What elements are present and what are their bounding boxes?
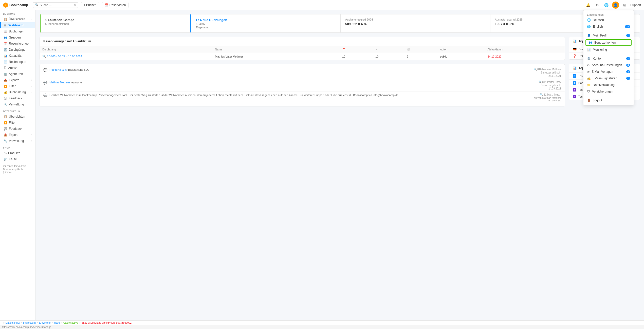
settings-icon-button[interactable]: ⚙ xyxy=(594,2,601,9)
search-input[interactable] xyxy=(40,3,72,7)
sidebar-item-agenturen[interactable]: 🏢 Agenturen xyxy=(0,71,35,77)
exporte-icon: 📤 xyxy=(4,79,7,82)
cell-autor: public xyxy=(437,53,485,60)
calendar-icon: 📅 xyxy=(105,3,108,7)
chat-content-1: Robin Kaluzny rückzahlung 50€ xyxy=(49,68,531,71)
sidebar-item-betreuer-exporte[interactable]: 📤 Exporte › xyxy=(0,132,35,138)
chat-name-1[interactable]: Robin Kaluzny xyxy=(49,68,67,71)
sidebar-item-betreuer-verwaltung[interactable]: 🔧 Verwaltung › xyxy=(0,138,35,144)
gruppen-icon: 👥 xyxy=(4,36,7,39)
sidebar-item-ubersichten[interactable]: 📋 Übersichten › xyxy=(0,16,35,22)
top-bar-right: 🔔 ⚙ 🌐 👤 ⊞ Support xyxy=(585,2,641,9)
chat-status-1: Benutzer gelöscht xyxy=(541,71,561,74)
dropdown-item-konto[interactable]: 🏦 Konto 7 xyxy=(583,55,634,62)
monitoring-icon: 📊 xyxy=(587,48,591,51)
globe-icon-button[interactable]: 🌐 xyxy=(603,2,610,9)
search-box[interactable]: 🔍 ✕ xyxy=(33,2,78,8)
agency-type-icon-1: B xyxy=(573,74,576,78)
reservieren-button[interactable]: 📅 Reservieren xyxy=(102,2,129,8)
stat-buchungen-value: 17 Neue Buchungen xyxy=(196,18,336,22)
dateiverwaltung-icon: 📁 xyxy=(587,83,591,87)
konto-badge: 7 xyxy=(626,57,630,60)
sidebar-item-dashboard[interactable]: ⊞ Dashboard xyxy=(0,22,35,28)
agency-type-icon-4: T xyxy=(573,95,576,98)
sidebar-item-kapazitat[interactable]: 📊 Kapazität xyxy=(0,53,35,59)
reservierungen-table: Durchgang Name 📍 ♂ ⚪ Autor Ablaufdatum xyxy=(40,46,565,60)
sidebar-item-produkte[interactable]: 🛍 Produkte xyxy=(0,150,35,156)
buchung-section-label: BUCHUNG xyxy=(0,10,35,16)
sidebar-item-exporte[interactable]: 📤 Exporte › xyxy=(0,77,35,83)
sidebar-item-reservierungen[interactable]: 📅 Reservierungen xyxy=(0,41,35,47)
flag-de: 🇩🇪 xyxy=(573,47,577,51)
stats-row: 1 Laufende Camps 5 Teilnehmer*innen 17 N… xyxy=(40,14,640,33)
sidebar-item-rechnungen[interactable]: 🧾 Rechnungen xyxy=(0,59,35,65)
buchen-button[interactable]: + Buchen xyxy=(81,2,99,8)
sidebar-item-durchgange[interactable]: 🔄 Durchgänge xyxy=(0,47,35,53)
chat-status-3: an/von Mathias Methner xyxy=(534,97,561,99)
search-clear-icon[interactable]: ✕ xyxy=(74,3,76,7)
stat-laufende-value: 1 Laufende Camps xyxy=(45,18,186,22)
datenschutz-link[interactable]: Datenschutz xyxy=(6,321,20,324)
dropdown-item-dateiverwaltung[interactable]: 📁 Dateiverwaltung xyxy=(583,82,634,88)
email-vorlagen-icon: ✉ xyxy=(587,70,590,74)
support-link[interactable]: Support xyxy=(630,3,641,7)
impressum-link[interactable]: Impressum xyxy=(23,321,35,324)
buchhaltung-chevron-icon: › xyxy=(31,91,32,94)
kaufe-icon: 🛒 xyxy=(4,158,7,161)
chart-icon-land: 📊 xyxy=(573,40,577,43)
bell-icon-button[interactable]: 🔔 xyxy=(585,2,592,9)
chat-name-2[interactable]: Mathias Methner xyxy=(49,81,70,84)
dropdown-item-email-signaturen[interactable]: ✍ E-Mail-Signaturen 1 xyxy=(583,75,634,82)
search-icon: 🔍 xyxy=(35,3,39,7)
sidebar-item-archiv[interactable]: 🗄 Archiv xyxy=(0,65,35,71)
sidebar-item-gruppen[interactable]: 👥 Gruppen xyxy=(0,34,35,41)
content-left: Reservierungen mit Ablaufdatum Durchgang… xyxy=(40,37,565,106)
reservierungen-title: Reservierungen mit Ablaufdatum xyxy=(40,37,565,46)
grid-icon-button[interactable]: ⊞ xyxy=(621,2,628,9)
dropdown-item-versicherungen[interactable]: 🛡 Versicherungen xyxy=(583,88,634,95)
chat-date-1: 23.11.2021 xyxy=(548,75,561,77)
sidebar-item-feedback-buchung[interactable]: 💬 Feedback xyxy=(0,95,35,101)
agency-type-icon-3: T xyxy=(573,88,576,92)
dropdown-item-english[interactable]: 🌐 English 39 xyxy=(583,23,634,30)
versicherungen-icon: 🛡 xyxy=(587,90,590,93)
dropdown-item-logout[interactable]: 🚪 Logout xyxy=(583,97,634,104)
sidebar-item-buchungen[interactable]: 📖 Buchungen xyxy=(0,28,35,34)
dashboard-icon: ⊞ xyxy=(4,24,6,27)
table-row: 🔍 SDS05 - 08.05. - 15.05.2024 Mathias Va… xyxy=(40,53,565,60)
sidebar-item-betreuer-ubersichten[interactable]: 📋 Übersichten › xyxy=(0,114,35,120)
cell-col5: 2 xyxy=(404,53,437,60)
chat-desc-3: Herzlich Willkommen zum Bookacamp Reisem… xyxy=(49,94,398,97)
cell-ablaufdatum: 24.12.2022 xyxy=(485,53,565,60)
col-durchgang: Durchgang xyxy=(40,46,212,53)
user-icon-button[interactable]: 👤 xyxy=(612,2,619,9)
benutzerkonten-icon: 👥 xyxy=(588,41,592,44)
agenturen-icon: 🏢 xyxy=(4,72,7,76)
dropdown-item-mein-profil[interactable]: 👤 Mein Profil 1 xyxy=(583,32,634,39)
stat-laufende-camps: 1 Laufende Camps 5 Teilnehmer*innen xyxy=(40,14,190,32)
dropdown-item-benutzerkonten[interactable]: 👥 Benutzerkonten xyxy=(585,39,632,46)
sidebar-item-betreuer-feedback[interactable]: 💬 Feedback xyxy=(0,126,35,132)
sidebar-item-betreuer-filter[interactable]: 🔽 Filter › xyxy=(0,120,35,126)
filter-icon: 🔽 xyxy=(4,85,7,88)
col-name: Name xyxy=(212,46,340,53)
db-link[interactable]: db05 xyxy=(54,321,60,324)
dropdown-item-monitoring[interactable]: 📊 Monitoring xyxy=(583,46,634,53)
messages-panel: 💬 Robin Kaluzny rückzahlung 50€ 🔍 816 Ma… xyxy=(40,64,565,106)
dropdown-item-deutsch[interactable]: 🌐 Deutsch xyxy=(583,17,634,23)
stat-buchungen-sub2: 40 gesamt xyxy=(196,26,336,29)
email-vorlagen-badge: 4 xyxy=(626,70,630,73)
user-label: mr.zenderlein-admin xyxy=(0,162,35,168)
chat-content-2: Mathias Methner repayment xyxy=(49,81,537,84)
brand-name: Bookacamp xyxy=(9,3,28,7)
sidebar-item-verwaltung[interactable]: 🔧 Verwaltung › xyxy=(0,101,35,107)
buchhaltung-icon: 💰 xyxy=(4,91,7,94)
sidebar-item-buchhaltung[interactable]: 💰 Buchhaltung › xyxy=(0,89,35,95)
chart-icon-agentur: 📊 xyxy=(573,66,577,70)
sidebar-item-filter[interactable]: 🔽 Filter › xyxy=(0,83,35,89)
dropdown-item-email-vorlagen[interactable]: ✉ E-Mail-Vorlagen 4 xyxy=(583,68,634,75)
entwickler-link[interactable]: Entwickler xyxy=(39,321,51,324)
ubersichten-icon: 📋 xyxy=(4,18,7,21)
dropdown-item-account-einstellungen[interactable]: ⚙ Account-Einstellungen 4 xyxy=(583,62,634,68)
sidebar-item-kaufe[interactable]: 🛒 Käufe xyxy=(0,156,35,162)
